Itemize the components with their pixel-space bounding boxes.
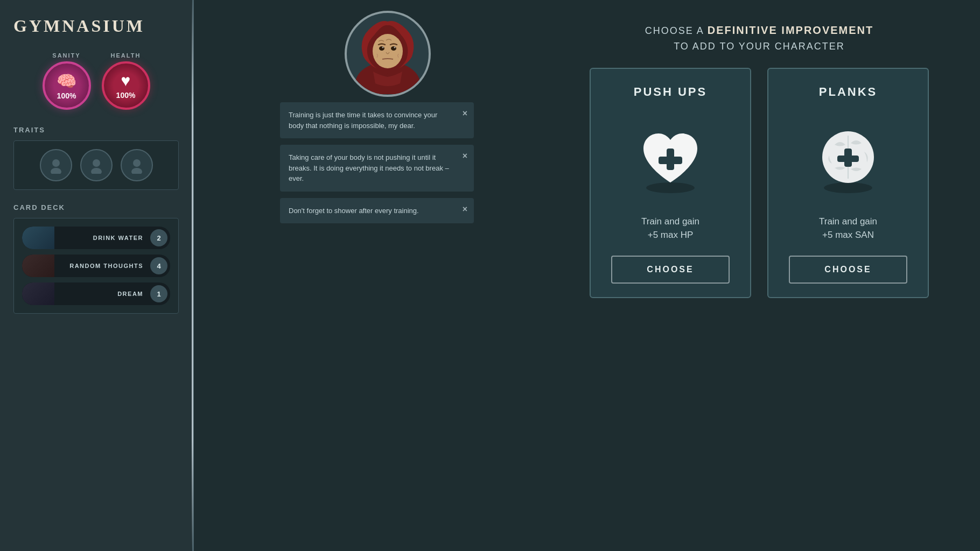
planks-choose-button[interactable]: CHOOSE (789, 256, 907, 284)
stats-row: SANITY 🧠 100% HEALTH ♥ 100% (13, 52, 179, 110)
health-label: HEALTH (111, 52, 141, 59)
sanity-value: 100% (57, 91, 76, 100)
svg-point-10 (382, 47, 384, 48)
pushups-desc: Train and gain+5 max HP (641, 215, 699, 242)
planks-brain-icon (810, 121, 886, 196)
svg-rect-19 (837, 156, 859, 162)
svg-point-8 (379, 46, 384, 51)
svg-point-12 (646, 182, 695, 193)
sidebar: GYMNASIUM SANITY 🧠 100% HEALTH ♥ 100% TR… (0, 0, 194, 551)
improvement-panel: CHOOSE A DEFINITIVE IMPROVEMENT TO ADD T… (571, 22, 948, 298)
card-name-random: RANDOM THOUGHTS (54, 263, 148, 269)
pushups-icon-area (627, 115, 713, 201)
person-icon-3 (128, 157, 145, 174)
sanity-stat: SANITY 🧠 100% (43, 52, 91, 110)
card-deck-box: DRINK WATER 2 RANDOM THOUGHTS 4 DREAM 1 (13, 218, 179, 314)
pushups-title: PUSH UPS (634, 85, 707, 99)
health-stat: HEALTH ♥ 100% (102, 52, 150, 110)
message-text-3: Don't forget to shower after every train… (289, 207, 419, 215)
message-text-1: Training is just the time it takes to co… (289, 111, 437, 130)
trait-avatar-2 (80, 149, 113, 181)
planks-card: PLANKS (767, 68, 929, 298)
card-thumb-dream (22, 282, 54, 305)
heart-icon: ♥ (121, 72, 131, 90)
improvement-title-highlight: DEFINITIVE IMPROVEMENT (708, 24, 873, 36)
traits-header: TRAITS (13, 126, 179, 134)
main-area: COACH MARISE Training is just the time i… (194, 0, 980, 551)
improvement-title: CHOOSE A DEFINITIVE IMPROVEMENT TO ADD T… (645, 22, 874, 54)
portrait-ring (345, 11, 431, 97)
brain-icon: 🧠 (57, 72, 76, 90)
card-item-dream[interactable]: DREAM 1 (22, 282, 170, 305)
card-count-drink: 2 (150, 229, 167, 246)
person-icon-1 (47, 157, 65, 174)
sanity-ring: 🧠 100% (43, 61, 91, 110)
card-count-dream: 1 (150, 285, 167, 302)
health-ring: ♥ 100% (102, 61, 150, 110)
card-item-drink[interactable]: DRINK WATER 2 (22, 227, 170, 249)
card-name-dream: DREAM (54, 291, 148, 297)
trait-avatar-3 (121, 149, 153, 181)
card-thumb-random (22, 255, 54, 277)
card-deck-header: CARD DECK (13, 203, 179, 211)
sanity-label: SANITY (52, 52, 80, 59)
card-thumb-drink (22, 227, 54, 249)
message-text-2: Taking care of your body is not pushing … (289, 153, 449, 182)
health-value: 100% (116, 91, 136, 100)
card-item-random[interactable]: RANDOM THOUGHTS 4 (22, 255, 170, 277)
card-name-drink: DRINK WATER (54, 235, 148, 241)
svg-point-9 (391, 46, 396, 51)
svg-point-1 (51, 168, 61, 174)
message-close-2[interactable]: × (463, 151, 467, 161)
pushups-card: PUSH UPS Train and gain+5 max HP (590, 68, 751, 298)
svg-point-4 (133, 159, 141, 167)
planks-desc: Train and gain+5 max SAN (819, 215, 877, 242)
messages-area: Training is just the time it takes to co… (280, 102, 474, 223)
svg-point-2 (93, 159, 100, 167)
message-box-2: Taking care of your body is not pushing … (280, 145, 474, 192)
character-portrait (347, 13, 428, 94)
improvement-title-prefix: CHOOSE A (645, 25, 708, 36)
pushups-choose-button[interactable]: CHOOSE (611, 256, 730, 284)
traits-box (13, 140, 179, 190)
svg-rect-14 (659, 157, 682, 164)
svg-point-11 (394, 47, 396, 48)
svg-point-5 (131, 168, 142, 174)
sidebar-title: GYMNASIUM (13, 16, 179, 36)
person-icon-2 (88, 157, 105, 174)
pushups-heart-icon (633, 121, 708, 196)
improvement-title-suffix: TO ADD TO YOUR CHARACTER (674, 41, 845, 52)
card-count-random: 4 (150, 257, 167, 274)
trait-avatar-1 (40, 149, 72, 181)
message-close-1[interactable]: × (463, 109, 467, 118)
planks-icon-area (805, 115, 891, 201)
planks-title: PLANKS (819, 85, 877, 99)
svg-point-0 (52, 159, 60, 167)
message-close-3[interactable]: × (463, 204, 467, 214)
message-box-1: Training is just the time it takes to co… (280, 102, 474, 138)
message-box-3: Don't forget to shower after every train… (280, 198, 474, 224)
svg-point-3 (91, 168, 102, 174)
improvement-cards-row: PUSH UPS Train and gain+5 max HP (590, 68, 929, 298)
svg-point-15 (824, 182, 872, 193)
